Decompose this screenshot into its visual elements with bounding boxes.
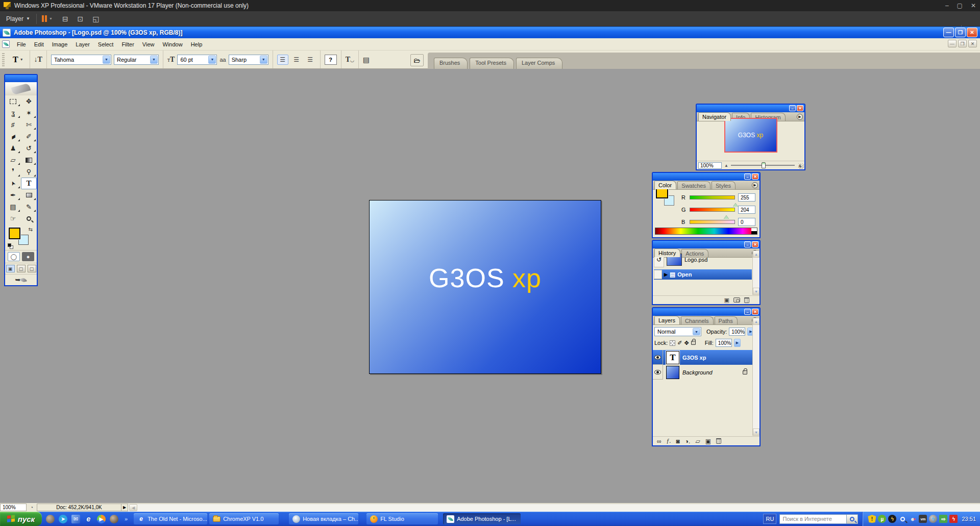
blend-mode-select[interactable]: Normal▼: [654, 327, 701, 336]
status-timer-icon[interactable]: ◔: [27, 505, 37, 510]
menu-edit[interactable]: Edit: [30, 39, 48, 49]
green-slider[interactable]: [690, 208, 735, 212]
dock-tab-layer-comps[interactable]: Layer Comps: [516, 58, 562, 69]
clone-stamp-tool[interactable]: ♟: [5, 142, 21, 154]
palette-close-button[interactable]: ✕: [752, 173, 758, 180]
scroll-down-icon[interactable]: ▼: [753, 288, 760, 295]
antivirus-icon[interactable]: ϟ: [949, 515, 958, 523]
lock-all-icon[interactable]: [691, 341, 696, 345]
slice-tool[interactable]: ✄: [21, 119, 37, 131]
font-size-select[interactable]: 60 pt▼: [177, 55, 217, 65]
palette-minimize-button[interactable]: –: [744, 241, 751, 247]
status-menu-arrow-icon[interactable]: ▶: [121, 504, 128, 511]
send-ctrl-alt-del-icon[interactable]: ⊟: [62, 15, 68, 23]
fill-spinner-icon[interactable]: ▶: [734, 339, 741, 347]
lock-position-icon[interactable]: ✥: [684, 340, 689, 346]
type-tool[interactable]: T: [21, 178, 37, 189]
fill-field[interactable]: 100%: [716, 339, 732, 347]
swap-colors-icon[interactable]: ⇆: [29, 227, 33, 232]
vmware-close-button[interactable]: ✕: [971, 2, 976, 9]
visibility-cell[interactable]: [653, 350, 663, 365]
zoom-out-icon[interactable]: ▲: [724, 163, 728, 168]
color-spectrum-ramp[interactable]: [655, 228, 757, 235]
crop-tool[interactable]: ♯: [5, 119, 21, 131]
gradient-tool[interactable]: [21, 154, 37, 166]
tab-styles[interactable]: Styles: [712, 181, 736, 189]
blur-tool[interactable]: ❜: [5, 166, 21, 178]
horizontal-scrollbar[interactable]: ◀: [128, 504, 980, 512]
text-color-swatch[interactable]: ?: [325, 55, 337, 65]
layers-scrollbar[interactable]: ▲ ▼: [752, 318, 760, 436]
palettes-toggle-button[interactable]: ▤: [363, 56, 370, 64]
status-zoom-field[interactable]: 100%: [0, 504, 27, 511]
new-layer-icon[interactable]: ▣: [705, 438, 711, 445]
align-left-button[interactable]: ☰: [277, 55, 288, 65]
taskbar-item-fl-studio[interactable]: ❜ FL Studio: [366, 513, 438, 524]
scroll-down-icon[interactable]: ▼: [753, 429, 760, 436]
color-titlebar[interactable]: – ✕: [653, 173, 760, 181]
menu-help[interactable]: Help: [187, 39, 207, 49]
outlook-express-icon[interactable]: ✉: [71, 515, 80, 523]
menu-view[interactable]: View: [138, 39, 159, 49]
layer-row-text[interactable]: T G3OS xp: [653, 350, 752, 365]
align-center-button[interactable]: ☰: [291, 55, 302, 65]
zoom-slider[interactable]: [731, 165, 795, 166]
tab-navigator[interactable]: Navigator: [698, 112, 731, 121]
tool-preset-picker[interactable]: T▼: [11, 54, 26, 65]
menu-filter[interactable]: Filter: [117, 39, 138, 49]
path-selection-tool[interactable]: ➤: [5, 178, 21, 189]
palette-menu-icon[interactable]: ▶: [797, 114, 803, 120]
notes-tool[interactable]: ▤: [5, 201, 21, 213]
close-button[interactable]: ✕: [967, 28, 977, 37]
vmware-tools-icon[interactable]: vm: [919, 515, 927, 523]
utorrent-icon[interactable]: µ: [878, 515, 886, 523]
document-size-readout[interactable]: Doc: 452,2K/941,0K: [37, 504, 121, 511]
visibility-cell[interactable]: [653, 365, 663, 380]
navigator-zoom-field[interactable]: 100%: [698, 162, 722, 169]
network-users-offline-icon[interactable]: ☻×: [909, 515, 917, 523]
options-grip[interactable]: [2, 53, 5, 66]
blue-slider[interactable]: [690, 220, 735, 224]
edit-in-imageready-button[interactable]: ➥: [15, 276, 27, 284]
document-close-button[interactable]: ✕: [968, 40, 977, 47]
opacity-field[interactable]: 100%: [729, 328, 745, 336]
layer-style-icon[interactable]: ƒ.: [667, 437, 671, 445]
palette-minimize-button[interactable]: –: [744, 173, 751, 180]
photoshop-titlebar[interactable]: Adobe Photoshop - [Logo.psd @ 100% (G3OS…: [0, 27, 980, 38]
raccoon-alt-icon[interactable]: [110, 515, 118, 523]
healing-brush-tool[interactable]: ▰: [5, 131, 21, 142]
delete-state-icon[interactable]: [744, 297, 749, 303]
palette-close-button[interactable]: ✕: [752, 241, 758, 247]
brush-tool[interactable]: ✐: [21, 131, 37, 142]
fullscreen-menubar-button[interactable]: ▢: [17, 265, 26, 272]
menu-window[interactable]: Window: [159, 39, 187, 49]
palette-close-button[interactable]: ✕: [797, 105, 803, 111]
tab-swatches[interactable]: Swatches: [677, 181, 710, 189]
align-right-button[interactable]: ☰: [305, 55, 316, 65]
toolbox-titlebar[interactable]: [5, 75, 37, 82]
history-state-row[interactable]: ▶ ▤ Open: [654, 269, 752, 280]
taskbar-item-chromexp-folder[interactable]: ChromeXP V1.0: [209, 513, 279, 524]
standard-screen-button[interactable]: ▣: [6, 265, 15, 272]
eraser-tool[interactable]: ▱: [5, 154, 21, 166]
tab-history[interactable]: History: [654, 248, 680, 257]
dock-tab-tool-presets[interactable]: Tool Presets: [470, 58, 514, 69]
navigator-proxy-view[interactable]: G3OS xp: [724, 118, 777, 153]
palette-menu-icon[interactable]: ▶: [752, 182, 758, 188]
document-canvas[interactable]: G3OS xp: [369, 200, 601, 374]
start-button[interactable]: пуск: [0, 512, 42, 526]
search-input[interactable]: Поиск в Интернете: [779, 514, 847, 524]
taskbar-item-photoshop[interactable]: Adobe Photoshop - [L...: [443, 513, 521, 524]
navigator-titlebar[interactable]: – ✕: [697, 105, 804, 112]
magic-wand-tool[interactable]: ✶: [21, 107, 37, 119]
red-value-field[interactable]: 255: [738, 193, 755, 202]
layers-titlebar[interactable]: – ✕: [653, 308, 760, 316]
bw-ramp-end[interactable]: [751, 228, 757, 234]
dodge-tool[interactable]: ⚲: [21, 166, 37, 178]
internet-explorer-icon[interactable]: e: [84, 515, 93, 523]
menu-select[interactable]: Select: [94, 39, 118, 49]
palette-minimize-button[interactable]: –: [789, 105, 796, 111]
resize-grip[interactable]: [798, 163, 804, 169]
taskbar-item-oldnet[interactable]: e The Old Net - Microso...: [134, 513, 207, 524]
scroll-up-icon[interactable]: ▲: [753, 251, 760, 258]
